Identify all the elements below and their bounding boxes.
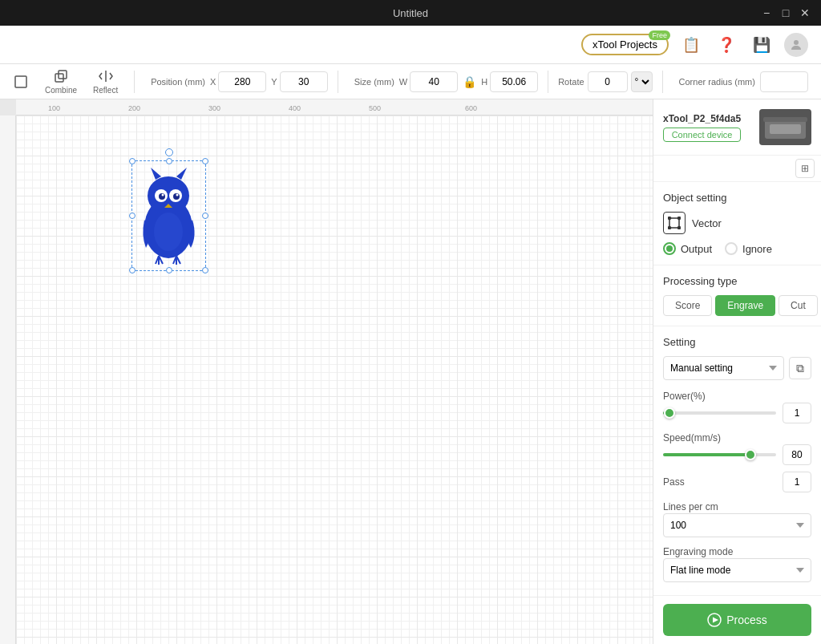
pass-row: Pass <box>663 472 811 492</box>
svg-point-18 <box>669 217 671 220</box>
svg-rect-3 <box>59 71 67 79</box>
toolbar-group-tools: Combine Reflect <box>6 65 124 98</box>
toolbar-sep-4 <box>662 71 663 93</box>
vector-icon <box>663 212 686 234</box>
manual-setting-row: Manual setting ⧉ <box>663 356 811 380</box>
user-avatar[interactable] <box>784 33 808 57</box>
rotate-handle[interactable] <box>165 148 173 156</box>
speed-label: Speed(mm/s) <box>663 432 721 444</box>
svg-point-11 <box>176 194 179 196</box>
rotate-unit-select[interactable]: ° <box>631 71 653 92</box>
titlebar: Untitled − □ ✕ <box>0 0 821 26</box>
engrave-mode-select[interactable]: Flat line mode Crosshatch mode <box>663 558 811 582</box>
score-tab[interactable]: Score <box>663 295 712 316</box>
power-slider-row <box>663 403 811 423</box>
owl-object[interactable] <box>135 164 203 268</box>
rotate-input[interactable] <box>588 71 628 92</box>
x-input[interactable] <box>218 71 266 92</box>
svg-point-10 <box>162 194 164 196</box>
range-button[interactable] <box>6 71 35 93</box>
svg-rect-15 <box>770 124 801 134</box>
process-button[interactable]: Process <box>663 604 811 636</box>
toolbar-sep-3 <box>548 71 548 93</box>
xtool-projects-button[interactable]: xTool Projects Free <box>581 34 669 55</box>
output-radio-circle <box>663 242 676 255</box>
device-info: xTool_P2_5f4da5 Connect device <box>663 113 741 142</box>
lines-per-cm-select[interactable]: 100 200 300 400 <box>663 513 811 537</box>
process-btn-container: Process <box>653 595 821 644</box>
output-radio-inner <box>666 245 673 252</box>
svg-marker-23 <box>713 618 718 623</box>
svg-point-19 <box>678 217 681 220</box>
processing-section: Processing type Score Engrave Cut <box>653 265 821 326</box>
ignore-label: Ignore <box>742 243 772 255</box>
reflect-button[interactable]: Reflect <box>87 65 124 98</box>
speed-container: Speed(mm/s) <box>663 430 811 465</box>
device-section: xTool_P2_5f4da5 Connect device <box>653 99 821 156</box>
nav-help-button[interactable]: ❓ <box>714 32 739 58</box>
vector-label: Vector <box>692 217 722 229</box>
panel-toggle-button[interactable]: ⊞ <box>795 159 815 178</box>
ruler-tick-200: 200 <box>128 104 140 112</box>
svg-point-13 <box>154 213 183 251</box>
manual-setting-select[interactable]: Manual setting <box>663 356 784 380</box>
svg-point-20 <box>669 227 671 229</box>
ruler-tick-600: 600 <box>465 104 477 112</box>
settings-section: Setting Manual setting ⧉ Power(%) Speed(… <box>653 326 821 592</box>
engrave-tab[interactable]: Engrave <box>715 295 775 316</box>
pass-input[interactable] <box>783 472 811 492</box>
minimize-button[interactable]: − <box>760 6 773 19</box>
nav-files-button[interactable]: 📋 <box>678 32 704 58</box>
x-label: X <box>210 77 216 87</box>
lines-label: Lines per cm <box>663 501 718 512</box>
handle-mr[interactable] <box>202 213 208 219</box>
h-label: H <box>481 77 487 87</box>
output-radio[interactable]: Output <box>663 242 712 255</box>
connect-device-button[interactable]: Connect device <box>663 128 741 142</box>
rotate-group: Rotate ° <box>558 71 652 92</box>
x-input-group: X <box>210 71 266 92</box>
object-setting-title: Object setting <box>663 192 811 204</box>
output-ignore-row: Output Ignore <box>663 242 811 255</box>
lock-icon[interactable]: 🔒 <box>463 75 476 88</box>
canvas-area[interactable]: 100 200 300 400 500 600 <box>0 99 653 644</box>
canvas-bg[interactable] <box>16 115 653 644</box>
canvas-wrapper[interactable] <box>16 115 653 644</box>
handle-tr[interactable] <box>202 158 208 164</box>
ruler-vertical <box>0 115 16 644</box>
topnav: xTool Projects Free 📋 ❓ 💾 <box>0 26 821 64</box>
speed-value-input[interactable] <box>783 444 811 465</box>
y-input[interactable] <box>280 71 328 92</box>
rotate-label: Rotate <box>558 77 584 87</box>
close-button[interactable]: ✕ <box>799 6 811 19</box>
y-label: Y <box>271 77 277 87</box>
handle-bm[interactable] <box>166 267 172 273</box>
size-label: Size (mm) <box>354 77 394 87</box>
svg-point-0 <box>794 40 799 45</box>
pass-label: Pass <box>663 476 685 488</box>
owl-body-group <box>143 168 194 265</box>
speed-slider-row <box>663 444 811 465</box>
power-value-input[interactable] <box>783 403 811 423</box>
combine-button[interactable]: Combine <box>38 65 83 98</box>
setting-copy-button[interactable]: ⧉ <box>789 357 811 379</box>
handle-bl[interactable] <box>129 267 135 273</box>
processing-type-title: Processing type <box>663 275 811 287</box>
ignore-radio[interactable]: Ignore <box>725 242 772 255</box>
svg-rect-16 <box>763 117 807 122</box>
maximize-button[interactable]: □ <box>779 6 792 19</box>
cut-tab[interactable]: Cut <box>779 295 818 316</box>
engrave-mode-label: Engraving mode <box>663 546 733 557</box>
right-panel: xTool_P2_5f4da5 Connect device ⊞ Object … <box>653 99 821 644</box>
handle-br[interactable] <box>202 267 208 273</box>
h-input[interactable] <box>490 71 538 92</box>
corner-input[interactable] <box>760 71 808 92</box>
h-input-group: H <box>481 71 538 92</box>
ruler-tick-400: 400 <box>289 104 301 112</box>
power-slider[interactable] <box>663 411 776 415</box>
speed-slider[interactable] <box>663 453 776 456</box>
nav-save-button[interactable]: 💾 <box>749 32 774 58</box>
ruler-tick-500: 500 <box>369 104 381 112</box>
w-input[interactable] <box>410 71 458 92</box>
power-container: Power(%) <box>663 388 811 423</box>
